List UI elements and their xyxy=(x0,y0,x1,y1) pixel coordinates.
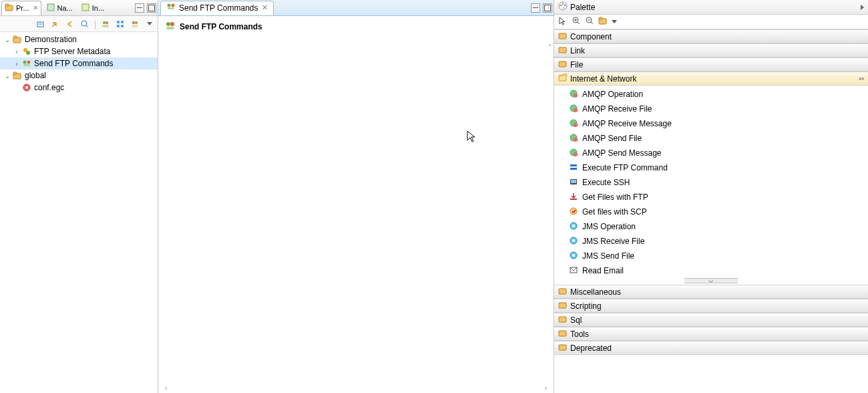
select-tool-icon[interactable] xyxy=(558,16,568,27)
chevron-right-icon[interactable]: › xyxy=(12,60,21,68)
minimize-icon[interactable] xyxy=(531,3,540,13)
chevron-right-icon[interactable]: › xyxy=(12,48,21,55)
maximize-icon[interactable] xyxy=(543,3,552,13)
folder-icon xyxy=(558,300,568,311)
chevron-right-icon[interactable] xyxy=(861,5,864,10)
close-icon[interactable]: ✕ xyxy=(33,4,38,11)
svg-point-38 xyxy=(564,5,566,6)
palette-item[interactable]: JMS Receive File xyxy=(554,234,868,249)
svg-rect-52 xyxy=(559,76,566,81)
component-icon xyxy=(569,104,578,115)
svg-point-56 xyxy=(574,108,578,112)
drawer-label: File xyxy=(570,60,583,70)
palette-item[interactable]: JMS Send File xyxy=(554,249,868,263)
close-icon[interactable]: ✕ xyxy=(262,3,268,12)
tab-label: Na... xyxy=(57,4,73,12)
palette-item[interactable]: AMQP Receive File xyxy=(554,102,868,116)
drawer-deprecated[interactable]: Deprecated xyxy=(554,341,868,355)
scroll-left-icon[interactable]: ‹ xyxy=(165,384,167,392)
palette-item[interactable]: Get files with SCP xyxy=(554,205,868,219)
svg-point-37 xyxy=(562,3,564,5)
drawer-label: Tools xyxy=(570,330,589,339)
palette-item[interactable]: Read Email xyxy=(554,263,868,278)
search-icon[interactable] xyxy=(79,19,90,29)
component-icon xyxy=(569,207,578,218)
drawer-label: Link xyxy=(570,46,585,55)
folder-icon xyxy=(558,342,568,354)
pin-icon[interactable]: ⇔ xyxy=(859,75,864,82)
drawer-label: Miscellaneous xyxy=(570,287,621,297)
collapse-all-icon[interactable] xyxy=(35,19,46,29)
palette-item[interactable]: Execute FTP Command xyxy=(554,160,868,175)
drawer-sql[interactable]: Sql xyxy=(554,313,868,327)
int-icon xyxy=(81,3,90,13)
tab-project[interactable]: Pr... ✕ xyxy=(1,1,41,15)
palette-drawers[interactable]: Component Link File Internet & Network ⇔… xyxy=(554,29,868,393)
chevron-down-icon[interactable]: ⌄ xyxy=(3,72,12,80)
svg-point-39 xyxy=(563,7,564,9)
drawer-tools[interactable]: Tools xyxy=(554,327,868,341)
tree-node-ftp-metadata[interactable]: › FTP Server Metadata xyxy=(0,45,158,57)
tab-label: Pr... xyxy=(16,4,29,12)
collapse-handle[interactable]: ︾ xyxy=(684,278,738,283)
svg-rect-3 xyxy=(82,4,89,11)
palette-item[interactable]: JMS Operation xyxy=(554,219,868,234)
tree-node-send-ftp[interactable]: › Send FTP Commands xyxy=(0,57,158,70)
palette-item[interactable]: Execute SSH xyxy=(554,175,868,190)
palette-item[interactable]: AMQP Receive Message xyxy=(554,116,868,131)
dropdown-icon[interactable] xyxy=(612,20,617,23)
component-icon xyxy=(569,177,578,188)
back-icon[interactable] xyxy=(65,19,75,29)
minimize-icon[interactable] xyxy=(135,3,144,13)
editor-tab-send-ftp[interactable]: Send FTP Commands ✕ xyxy=(160,1,274,15)
tree-node-conf[interactable]: conf.egc xyxy=(0,82,158,94)
scroll-right-icon[interactable]: › xyxy=(545,384,547,392)
project-tree[interactable]: ⌄ Demonstration › FTP Server Metadata › … xyxy=(0,32,158,393)
zoom-in-icon[interactable] xyxy=(572,16,581,27)
svg-rect-26 xyxy=(13,72,17,74)
view-menu-icon[interactable] xyxy=(144,19,155,29)
drawer-label: Component xyxy=(570,32,612,41)
link-editor-icon[interactable] xyxy=(50,19,61,29)
process-icon xyxy=(165,20,176,33)
svg-point-28 xyxy=(25,86,28,89)
grid-icon[interactable] xyxy=(115,19,126,29)
maximize-icon[interactable] xyxy=(147,3,156,13)
folder-icon xyxy=(5,3,14,13)
drawer-miscellaneous[interactable]: Miscellaneous xyxy=(554,285,868,299)
chevron-down-icon[interactable]: ⌄ xyxy=(3,36,12,43)
palette-item[interactable]: AMQP Send File xyxy=(554,131,868,146)
zoom-out-icon[interactable] xyxy=(585,16,594,27)
tree-node-demonstration[interactable]: ⌄ Demonstration xyxy=(0,33,158,45)
svg-rect-80 xyxy=(559,345,566,350)
svg-rect-79 xyxy=(559,331,566,336)
people-icon[interactable] xyxy=(100,19,111,29)
editor-canvas[interactable]: ˄ ‹ › xyxy=(158,37,554,393)
svg-rect-66 xyxy=(571,180,576,183)
tree-node-global[interactable]: ⌄ global xyxy=(0,70,158,82)
drawer-internet-network[interactable]: Internet & Network ⇔ xyxy=(554,72,868,86)
svg-rect-49 xyxy=(559,33,566,39)
svg-rect-78 xyxy=(559,317,566,322)
palette-item[interactable]: Get Files with FTP xyxy=(554,190,868,205)
people2-icon[interactable] xyxy=(130,19,140,29)
drawer-link[interactable]: Link xyxy=(554,43,868,57)
folder-icon[interactable] xyxy=(598,16,608,27)
palette-item[interactable]: AMQP Operation xyxy=(554,87,868,102)
drawer-label: Deprecated xyxy=(570,344,612,353)
scroll-up-icon[interactable]: ˄ xyxy=(548,43,552,51)
drawer-component[interactable]: Component xyxy=(554,29,868,43)
svg-point-8 xyxy=(103,21,105,24)
palette-item[interactable]: AMQP Send Message xyxy=(554,146,868,160)
svg-point-72 xyxy=(572,239,575,242)
palette-toolbar xyxy=(554,15,868,29)
tab-navigator[interactable]: Na... xyxy=(43,1,76,15)
view-tabs: Pr... ✕ Na... In... xyxy=(0,0,158,16)
folder-icon xyxy=(12,34,23,45)
svg-point-36 xyxy=(560,5,562,6)
drawer-scripting[interactable]: Scripting xyxy=(554,299,868,313)
svg-point-68 xyxy=(570,208,577,215)
tab-integration[interactable]: In... xyxy=(77,1,107,15)
drawer-file[interactable]: File xyxy=(554,57,868,72)
project-explorer-panel: Pr... ✕ Na... In... xyxy=(0,0,158,393)
